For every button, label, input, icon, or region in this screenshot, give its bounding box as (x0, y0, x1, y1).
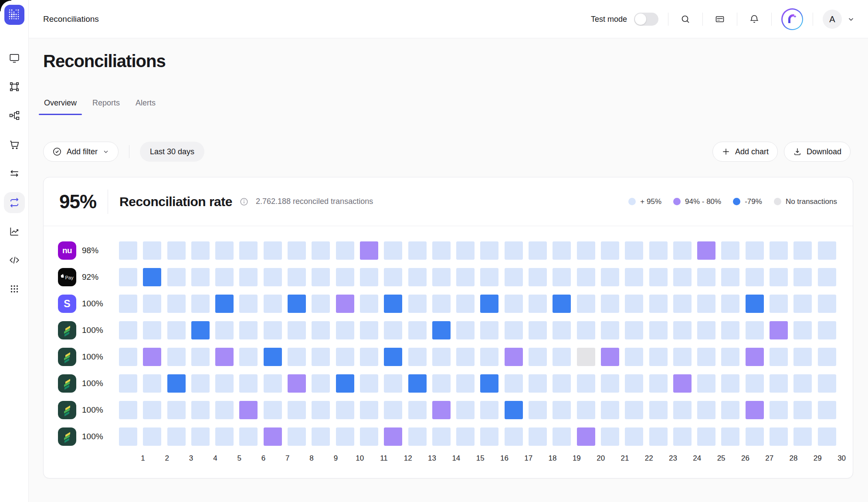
heatmap-cell[interactable] (770, 401, 788, 419)
heatmap-cell[interactable] (312, 348, 330, 366)
heatmap-cell[interactable] (336, 427, 354, 446)
heatmap-cell[interactable] (264, 401, 282, 419)
heatmap-cell[interactable] (264, 268, 282, 286)
heatmap-cell[interactable] (336, 241, 354, 260)
heatmap-cell[interactable] (649, 374, 668, 393)
heatmap-cell[interactable] (312, 401, 330, 419)
add-chart-button[interactable]: Add chart (712, 142, 778, 162)
heatmap-cell[interactable] (191, 374, 210, 393)
heatmap-cell[interactable] (167, 321, 186, 339)
heatmap-cell[interactable] (384, 348, 402, 366)
heatmap-cell[interactable] (456, 374, 475, 393)
heatmap-cell[interactable] (312, 295, 330, 313)
heatmap-cell[interactable] (601, 268, 619, 286)
heatmap-cell[interactable] (601, 321, 619, 339)
heatmap-cell[interactable] (697, 321, 715, 339)
heatmap-cell[interactable] (746, 427, 764, 446)
ai-assistant-button[interactable] (781, 8, 803, 30)
heatmap-cell[interactable] (625, 268, 643, 286)
heatmap-cell[interactable] (264, 348, 282, 366)
heatmap-cell[interactable] (529, 241, 547, 260)
heatmap-cell[interactable] (746, 241, 764, 260)
heatmap-cell[interactable] (480, 241, 498, 260)
heatmap-cell[interactable] (505, 374, 523, 393)
heatmap-cell[interactable] (312, 427, 330, 446)
heatmap-cell[interactable] (456, 321, 475, 339)
heatmap-cell[interactable] (119, 268, 137, 286)
heatmap-cell[interactable] (697, 374, 715, 393)
heatmap-cell[interactable] (673, 241, 692, 260)
heatmap-cell[interactable] (191, 321, 210, 339)
heatmap-cell[interactable] (577, 268, 595, 286)
heatmap-cell[interactable] (577, 321, 595, 339)
heatmap-cell[interactable] (215, 374, 234, 393)
heatmap-cell[interactable] (239, 348, 258, 366)
heatmap-cell[interactable] (697, 401, 715, 419)
heatmap-cell[interactable] (721, 268, 739, 286)
heatmap-cell[interactable] (770, 348, 788, 366)
heatmap-cell[interactable] (770, 321, 788, 339)
heatmap-cell[interactable] (505, 321, 523, 339)
heatmap-cell[interactable] (288, 241, 306, 260)
heatmap-cell[interactable] (577, 374, 595, 393)
heatmap-cell[interactable] (119, 427, 137, 446)
heatmap-cell[interactable] (793, 348, 812, 366)
heatmap-cell[interactable] (264, 241, 282, 260)
heatmap-cell[interactable] (360, 321, 378, 339)
heatmap-cell[interactable] (601, 241, 619, 260)
heatmap-cell[interactable] (167, 427, 186, 446)
heatmap-cell[interactable] (143, 427, 161, 446)
heatmap-cell[interactable] (456, 401, 475, 419)
heatmap-cell[interactable] (264, 295, 282, 313)
sidebar-item-frame[interactable] (4, 76, 25, 97)
heatmap-cell[interactable] (456, 268, 475, 286)
sidebar-item-analytics[interactable] (4, 221, 25, 242)
heatmap-cell[interactable] (818, 348, 836, 366)
heatmap-cell[interactable] (770, 374, 788, 393)
heatmap-cell[interactable] (167, 241, 186, 260)
heatmap-cell[interactable] (673, 427, 692, 446)
heatmap-cell[interactable] (625, 401, 643, 419)
heatmap-cell[interactable] (649, 295, 668, 313)
heatmap-cell[interactable] (673, 268, 692, 286)
heatmap-cell[interactable] (432, 401, 451, 419)
heatmap-cell[interactable] (408, 295, 427, 313)
heatmap-cell[interactable] (384, 321, 402, 339)
heatmap-cell[interactable] (770, 241, 788, 260)
heatmap-cell[interactable] (288, 268, 306, 286)
heatmap-cell[interactable] (239, 268, 258, 286)
heatmap-cell[interactable] (625, 241, 643, 260)
heatmap-cell[interactable] (215, 241, 234, 260)
heatmap-cell[interactable] (360, 427, 378, 446)
heatmap-cell[interactable] (384, 427, 402, 446)
heatmap-cell[interactable] (505, 427, 523, 446)
heatmap-cell[interactable] (697, 295, 715, 313)
heatmap-cell[interactable] (312, 374, 330, 393)
heatmap-cell[interactable] (625, 348, 643, 366)
heatmap-cell[interactable] (288, 401, 306, 419)
heatmap-cell[interactable] (432, 374, 451, 393)
heatmap-cell[interactable] (191, 427, 210, 446)
heatmap-cell[interactable] (456, 427, 475, 446)
heatmap-cell[interactable] (553, 427, 571, 446)
heatmap-cell[interactable] (818, 268, 836, 286)
heatmap-cell[interactable] (384, 295, 402, 313)
heatmap-cell[interactable] (336, 401, 354, 419)
heatmap-cell[interactable] (746, 348, 764, 366)
heatmap-cell[interactable] (577, 241, 595, 260)
heatmap-cell[interactable] (119, 295, 137, 313)
heatmap-cell[interactable] (553, 374, 571, 393)
heatmap-cell[interactable] (119, 241, 137, 260)
heatmap-cell[interactable] (721, 348, 739, 366)
heatmap-cell[interactable] (215, 295, 234, 313)
heatmap-cell[interactable] (746, 268, 764, 286)
heatmap-cell[interactable] (553, 321, 571, 339)
heatmap-cell[interactable] (601, 401, 619, 419)
heatmap-cell[interactable] (649, 401, 668, 419)
heatmap-cell[interactable] (239, 295, 258, 313)
heatmap-cell[interactable] (191, 268, 210, 286)
heatmap-cell[interactable] (818, 401, 836, 419)
heatmap-cell[interactable] (577, 427, 595, 446)
heatmap-cell[interactable] (215, 401, 234, 419)
heatmap-cell[interactable] (408, 427, 427, 446)
